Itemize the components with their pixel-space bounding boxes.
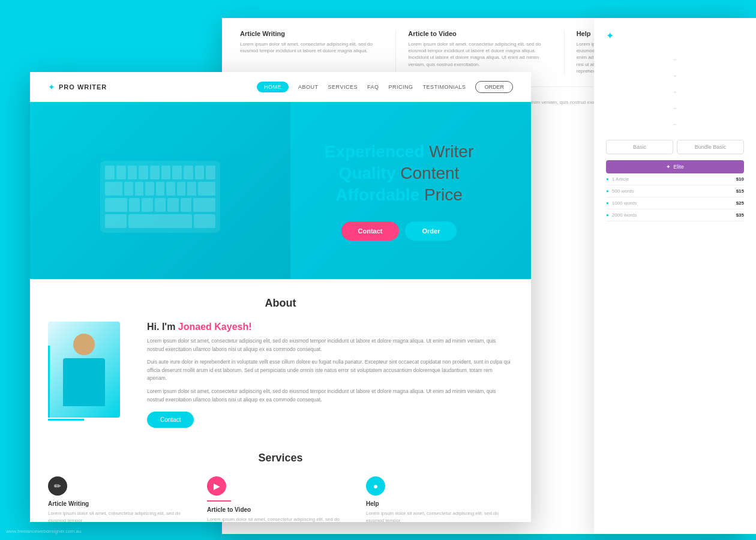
back-service-desc-1: Lorem ipsum dolor sit amet, consectetur … bbox=[240, 41, 383, 54]
help-icon: ● bbox=[373, 481, 378, 491]
right-panel-pricing: Basic Bundle Basic ✦ Elite ●1 Article $1… bbox=[606, 140, 744, 221]
service-desc-2: Lorem ipsum dolor sit amet, consectetur … bbox=[207, 516, 354, 522]
hero-title: Experienced Writer Quality Content Affor… bbox=[285, 140, 513, 206]
about-para-2: Duis aute irure dolor in reprehenderit i… bbox=[147, 358, 513, 383]
service-icon-wrap-1: ✏ bbox=[48, 476, 67, 496]
hero-quality: Quality bbox=[339, 164, 396, 182]
service-card-3: ● Help Lorem ipsum dolor sit amet, conse… bbox=[366, 476, 513, 522]
hero-writer: Writer bbox=[424, 142, 473, 160]
right-panel-logo: ✦ bbox=[606, 30, 744, 41]
pricing-items-list: ●1 Article $10 ●500 words $15 ●1000 word… bbox=[606, 173, 744, 221]
about-accent-bottom bbox=[48, 419, 84, 421]
brand-name: PRO WRITER bbox=[59, 83, 107, 91]
back-service-title-2: Article to Video bbox=[408, 30, 551, 37]
hero-order-button[interactable]: Order bbox=[405, 221, 457, 241]
elite-icon: ✦ bbox=[666, 164, 671, 170]
nav-dot-4: - bbox=[606, 102, 744, 115]
hero-keyboard-area bbox=[30, 102, 290, 279]
about-image bbox=[48, 322, 120, 418]
back-divider-2 bbox=[564, 30, 565, 74]
service-title-3: Help bbox=[366, 500, 513, 507]
hero-price: Price bbox=[419, 185, 463, 204]
hero-affordable: Affordable bbox=[335, 185, 419, 204]
article-writing-icon: ✏ bbox=[54, 481, 61, 491]
back-service-article-writing: Article Writing Lorem ipsum dolor sit am… bbox=[240, 30, 383, 74]
service-card-1: ✏ Article Writing Lorem ipsum dolor sit … bbox=[48, 476, 195, 522]
pricing-item-4: ●2000 words $35 bbox=[606, 209, 744, 221]
person-body bbox=[63, 358, 105, 406]
about-greeting: Hi. I'm Jonaed Kayesh! bbox=[147, 322, 513, 332]
nav-pricing[interactable]: PRICING bbox=[388, 84, 413, 90]
right-panel-nav-dots: - - - - - bbox=[606, 53, 744, 131]
about-name: Jonaed Kayesh! bbox=[178, 322, 252, 332]
services-section: Services ✏ Article Writing Lorem ipsum d… bbox=[30, 440, 531, 522]
hero-experienced: Experienced bbox=[325, 142, 425, 160]
hero-line-3: Affordable Price bbox=[285, 184, 513, 206]
nav-dot-2: - bbox=[606, 70, 744, 82]
nav-links: HOME ABOUT SERVICES FAQ PRICING TESTIMON… bbox=[257, 81, 513, 93]
pricing-basic-tab[interactable]: Basic bbox=[606, 140, 673, 154]
pricing-btn-row: Basic Bundle Basic bbox=[606, 140, 744, 154]
nav-home[interactable]: HOME bbox=[257, 82, 289, 92]
service-desc-3: Lorem ipsum dolor sit amet, consectetur … bbox=[366, 510, 513, 522]
service-card-2: ▶ Article to Video Lorem ipsum dolor sit… bbox=[207, 476, 354, 522]
about-contact-button[interactable]: Contact bbox=[147, 412, 194, 428]
nav-faq[interactable]: FAQ bbox=[367, 84, 379, 90]
about-section: About Hi. I'm Jonaed Kayesh! Lorem ipsum… bbox=[30, 279, 531, 440]
nav-services[interactable]: SERVICES bbox=[328, 84, 358, 90]
nav-dot-1: - bbox=[606, 53, 744, 66]
hero-section: Experienced Writer Quality Content Affor… bbox=[30, 102, 531, 279]
nav-testimonials[interactable]: TESTIMONIALS bbox=[422, 84, 466, 90]
about-para-1: Lorem ipsum dolor sit amet, consectetur … bbox=[147, 337, 513, 353]
service-title-2: Article to Video bbox=[207, 506, 354, 513]
back-divider-1 bbox=[395, 30, 396, 74]
service-desc-1: Lorem ipsum dolor sit amet, consectetur … bbox=[48, 510, 195, 522]
brand-icon: ✦ bbox=[48, 82, 55, 92]
nav-dot-3: - bbox=[606, 86, 744, 98]
service-underline bbox=[207, 500, 231, 502]
main-page: ✦ PRO WRITER HOME ABOUT SERVICES FAQ PRI… bbox=[30, 72, 531, 522]
service-title-1: Article Writing bbox=[48, 500, 195, 507]
about-image-wrap bbox=[48, 322, 132, 418]
about-accent-line bbox=[48, 346, 50, 418]
about-title: About bbox=[48, 297, 513, 310]
navbar: ✦ PRO WRITER HOME ABOUT SERVICES FAQ PRI… bbox=[30, 72, 531, 102]
about-text: Hi. I'm Jonaed Kayesh! Lorem ipsum dolor… bbox=[147, 322, 513, 428]
article-video-icon: ▶ bbox=[214, 481, 220, 491]
about-content: Hi. I'm Jonaed Kayesh! Lorem ipsum dolor… bbox=[48, 322, 513, 428]
hero-line-1: Experienced Writer bbox=[285, 140, 513, 162]
elite-label: Elite bbox=[673, 164, 684, 170]
service-icon-wrap-3: ● bbox=[366, 476, 385, 496]
nav-brand: ✦ PRO WRITER bbox=[48, 82, 107, 92]
hero-buttons: Contact Order bbox=[285, 221, 513, 241]
right-panel: ✦ - - - - - Basic Bundle Basic ✦ Elite ●… bbox=[594, 18, 756, 534]
right-panel-logo-icon: ✦ bbox=[606, 30, 614, 41]
about-para-3: Lorem ipsum dolor sit amet, consectetur … bbox=[147, 388, 513, 404]
pricing-item-1: ●1 Article $10 bbox=[606, 173, 744, 185]
hero-content: Content bbox=[396, 164, 460, 182]
pricing-bundle-tab[interactable]: Bundle Basic bbox=[677, 140, 744, 154]
nav-order-button[interactable]: ORDER bbox=[475, 81, 513, 93]
services-grid: ✏ Article Writing Lorem ipsum dolor sit … bbox=[48, 476, 513, 522]
nav-about[interactable]: ABOUT bbox=[298, 84, 319, 90]
back-service-desc-2: Lorem ipsum dolor sit amet, consectetur … bbox=[408, 41, 551, 68]
back-service-article-video: Article to Video Lorem ipsum dolor sit a… bbox=[408, 30, 551, 74]
hero-line-2: Quality Content bbox=[285, 163, 513, 184]
services-title: Services bbox=[48, 452, 513, 464]
pricing-elite-btn[interactable]: ✦ Elite bbox=[606, 160, 744, 173]
back-service-title-1: Article Writing bbox=[240, 30, 383, 37]
hero-content: Experienced Writer Quality Content Affor… bbox=[285, 140, 513, 240]
watermark: www.freelancewebdesigner.com.au bbox=[6, 529, 81, 534]
pricing-item-2: ●500 words $15 bbox=[606, 185, 744, 197]
service-icon-wrap-2: ▶ bbox=[207, 476, 226, 496]
hero-contact-button[interactable]: Contact bbox=[341, 221, 400, 241]
pricing-item-3: ●1000 words $25 bbox=[606, 197, 744, 209]
person-silhouette bbox=[60, 328, 108, 412]
keyboard-visual bbox=[100, 161, 220, 233]
nav-dot-5: - bbox=[606, 118, 744, 131]
person-head bbox=[73, 334, 95, 355]
